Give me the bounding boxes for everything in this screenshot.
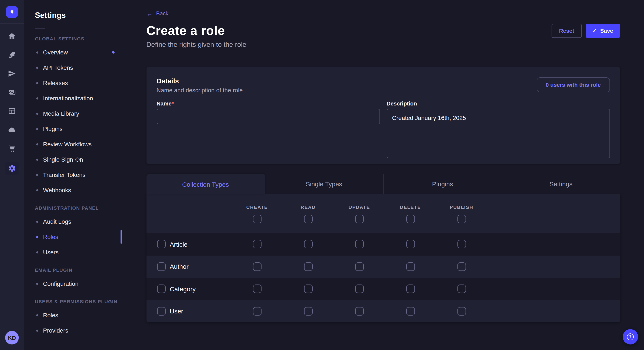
permission-checkbox-user-delete[interactable] [406, 307, 415, 316]
description-label: Description [386, 100, 610, 107]
cell-category-delete [385, 285, 436, 293]
subnav-item-audit-logs[interactable]: Audit Logs [24, 214, 122, 229]
description-textarea[interactable]: Created January 16th, 2025 [386, 109, 610, 158]
permission-checkbox-article-publish[interactable] [457, 240, 466, 249]
select-all-update-checkbox[interactable] [355, 214, 364, 223]
subnav-item-transfer-tokens[interactable]: Transfer Tokens [24, 167, 122, 182]
select-all-read-checkbox[interactable] [304, 214, 312, 223]
permission-checkbox-author-publish[interactable] [457, 262, 466, 271]
name-label: Name* [156, 100, 380, 107]
select-row-article-checkbox[interactable] [157, 240, 166, 249]
permission-checkbox-article-update[interactable] [355, 240, 364, 249]
tab-settings[interactable]: Settings [502, 174, 620, 194]
details-card: Details Name and description of the role… [146, 67, 620, 164]
help-button[interactable]: ? [623, 329, 638, 345]
subnav-item-configuration[interactable]: Configuration [24, 276, 122, 291]
subnav-item-overview[interactable]: Overview [24, 45, 122, 60]
name-field-group: Name* [156, 100, 380, 160]
permission-checkbox-category-publish[interactable] [457, 285, 466, 293]
nav-section: ADMINISTRATION PANELAudit LogsRolesUsers [24, 205, 122, 260]
permission-checkbox-user-update[interactable] [355, 307, 364, 316]
permission-checkbox-category-delete[interactable] [406, 285, 415, 293]
permission-checkbox-author-update[interactable] [355, 262, 364, 271]
nav-item-label: Review Workflows [43, 141, 92, 148]
bullet-icon [36, 128, 38, 130]
cell-article-read [282, 240, 334, 249]
column-label: PUBLISH [450, 204, 474, 209]
bullet-icon [36, 220, 38, 223]
shopping-cart-icon[interactable] [6, 143, 18, 154]
name-input[interactable] [156, 109, 380, 124]
column-publish: PUBLISH [436, 194, 487, 233]
strapi-logo[interactable] [6, 6, 18, 18]
back-label: Back [156, 10, 168, 16]
subnav-item-internationalization[interactable]: Internationalization [24, 91, 122, 106]
subnav-item-review-workflows[interactable]: Review Workflows [24, 137, 122, 152]
column-create: CREATE [232, 194, 282, 233]
permission-checkbox-user-publish[interactable] [457, 307, 466, 316]
active-item-indicator [120, 230, 122, 244]
subnav-item-plugins[interactable]: Plugins [24, 121, 122, 137]
layout-icon[interactable] [6, 105, 18, 117]
user-avatar[interactable]: KD [5, 331, 19, 345]
column-label: CREATE [246, 204, 268, 209]
bullet-icon [36, 97, 38, 99]
cell-author-update [334, 262, 385, 271]
permission-checkbox-author-create[interactable] [253, 262, 261, 271]
home-icon[interactable] [6, 31, 18, 42]
cell-author-delete [385, 262, 436, 271]
media-library-icon[interactable] [6, 87, 18, 98]
paper-plane-icon[interactable] [6, 68, 18, 79]
subnav-item-providers[interactable]: Providers [24, 323, 122, 338]
bullet-icon [36, 174, 38, 176]
content-type-cell: Category [146, 285, 232, 293]
reset-button[interactable]: Reset [551, 24, 582, 38]
permission-row-category: Category [146, 278, 620, 300]
subnav-item-releases[interactable]: Releases [24, 75, 122, 91]
nav-item-label: Configuration [43, 280, 78, 287]
permission-checkbox-user-create[interactable] [253, 307, 261, 316]
permission-checkbox-category-create[interactable] [253, 285, 261, 293]
select-row-user-checkbox[interactable] [157, 307, 166, 316]
feather-icon[interactable] [6, 49, 18, 60]
content-type-cell: Author [146, 262, 232, 271]
permission-checkbox-article-read[interactable] [304, 240, 312, 249]
back-link[interactable]: ← Back [146, 10, 168, 16]
subnav-item-webhooks[interactable]: Webhooks [24, 182, 122, 198]
permission-checkbox-article-create[interactable] [253, 240, 261, 249]
subnav-item-roles[interactable]: Roles [24, 308, 122, 323]
subnav-item-media-library[interactable]: Media Library [24, 106, 122, 121]
permission-checkbox-user-read[interactable] [304, 307, 312, 316]
permission-checkbox-article-delete[interactable] [406, 240, 415, 249]
subnav-item-api-tokens[interactable]: API Tokens [24, 60, 122, 75]
select-all-create-checkbox[interactable] [253, 214, 261, 223]
gear-icon[interactable] [5, 162, 19, 175]
tab-collection-types[interactable]: Collection Types [146, 174, 265, 194]
cloud-icon[interactable] [6, 124, 18, 135]
subnav-item-users[interactable]: Users [24, 245, 122, 260]
nav-section-label: GLOBAL SETTINGS [24, 36, 122, 41]
select-row-category-checkbox[interactable] [157, 285, 166, 293]
permission-checkbox-author-read[interactable] [304, 262, 312, 271]
details-heading: Details Name and description of the role [156, 77, 243, 94]
subnav-title: Settings [24, 11, 122, 20]
users-with-role-button[interactable]: 0 users with this role [537, 77, 610, 92]
permission-checkbox-category-read[interactable] [304, 285, 312, 293]
cell-user-read [282, 307, 334, 316]
select-row-author-checkbox[interactable] [157, 262, 166, 271]
nav-section-label: USERS & PERMISSIONS PLUGIN [24, 299, 122, 304]
subnav-item-single-sign-on[interactable]: Single Sign-On [24, 152, 122, 167]
permission-checkbox-author-delete[interactable] [406, 262, 415, 271]
subnav-item-roles[interactable]: Roles [24, 229, 122, 245]
select-all-delete-checkbox[interactable] [406, 214, 415, 223]
app-window: KD Settings GLOBAL SETTINGSOverviewAPI T… [0, 0, 644, 350]
cell-article-delete [385, 240, 436, 249]
nav-section: USERS & PERMISSIONS PLUGINRolesProviders [24, 299, 122, 338]
select-all-publish-checkbox[interactable] [457, 214, 466, 223]
tab-plugins[interactable]: Plugins [383, 174, 502, 194]
permissions-table-header: CREATEREADUPDATEDELETEPUBLISH [146, 194, 620, 233]
tab-single-types[interactable]: Single Types [265, 174, 383, 194]
save-button[interactable]: ✓ Save [586, 24, 620, 38]
nav-item-label: Single Sign-On [43, 156, 83, 163]
permission-checkbox-category-update[interactable] [355, 285, 364, 293]
